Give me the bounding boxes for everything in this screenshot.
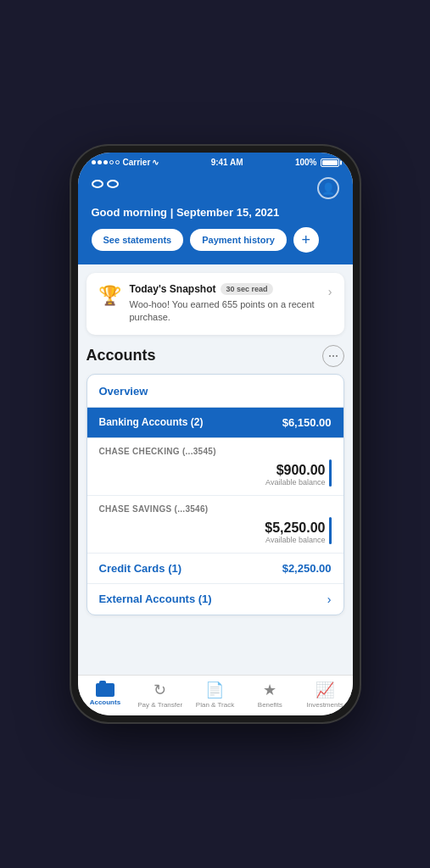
snapshot-content: Today's Snapshot 30 sec read Woo-hoo! Yo… xyxy=(130,283,320,325)
banking-accounts-label: Banking Accounts (2) xyxy=(99,416,204,428)
checking-bar-indicator xyxy=(329,459,332,487)
external-accounts-label: External Accounts (1) xyxy=(99,593,212,605)
snapshot-body-text: Woo-hoo! You earned 655 points on a rece… xyxy=(130,298,320,325)
battery-icon xyxy=(321,159,339,167)
status-right: 100% xyxy=(295,158,339,167)
chart-icon: 📈 xyxy=(316,681,334,699)
credit-cards-amount: $2,250.00 xyxy=(282,562,332,575)
banking-accounts-amount: $6,150.00 xyxy=(282,416,332,429)
nav-investments[interactable]: 📈 Investments xyxy=(298,681,353,709)
chase-logo-icon xyxy=(92,178,119,198)
signal-dot-3 xyxy=(103,160,108,164)
accounts-title: Accounts xyxy=(87,347,156,364)
nav-accounts-label: Accounts xyxy=(90,698,120,706)
checking-sublabel: Available balance xyxy=(265,478,325,487)
bottom-nav: Accounts ↻ Pay & Transfer 📄 Plan & Track… xyxy=(78,675,353,715)
signal-dot-2 xyxy=(98,160,102,164)
banking-accounts-row[interactable]: Banking Accounts (2) $6,150.00 xyxy=(87,408,343,438)
accounts-header: Accounts ⋯ xyxy=(87,345,344,367)
nav-plan-track-label: Plan & Track xyxy=(196,701,234,709)
external-accounts-arrow-icon: › xyxy=(327,593,332,606)
credit-cards-row[interactable]: Credit Cards (1) $2,250.00 xyxy=(87,554,343,584)
phone-frame: Carrier ∿ 9:41 AM 100% 👤 Good morning | … xyxy=(71,146,360,722)
add-button[interactable]: + xyxy=(293,227,319,253)
signal-dot-1 xyxy=(92,160,96,164)
plan-icon: 📄 xyxy=(205,681,224,699)
savings-sublabel: Available balance xyxy=(265,536,325,544)
snapshot-arrow-icon: › xyxy=(328,285,332,298)
snapshot-title-row: Today's Snapshot 30 sec read xyxy=(130,283,320,295)
checking-amount-wrap: $900.00 Available balance xyxy=(265,463,325,487)
nav-accounts[interactable]: Accounts xyxy=(78,683,133,706)
logo-bubble-right xyxy=(107,180,119,188)
savings-account-bottom: $5,250.00 Available balance xyxy=(99,517,332,544)
snapshot-card[interactable]: 🏆 Today's Snapshot 30 sec read Woo-hoo! … xyxy=(87,273,344,335)
savings-bar-indicator xyxy=(329,517,332,544)
external-accounts-row[interactable]: External Accounts (1) › xyxy=(87,584,343,615)
payment-history-button[interactable]: Payment history xyxy=(190,229,287,251)
overview-label[interactable]: Overview xyxy=(99,385,148,398)
status-bar: Carrier ∿ 9:41 AM 100% xyxy=(78,153,353,170)
signal-dot-5 xyxy=(115,160,120,164)
profile-icon[interactable]: 👤 xyxy=(317,177,339,199)
nav-benefits[interactable]: ★ Benefits xyxy=(243,681,298,709)
nav-plan-track[interactable]: 📄 Plan & Track xyxy=(187,681,243,709)
nav-benefits-label: Benefits xyxy=(258,701,282,709)
carrier-label: Carrier xyxy=(123,158,151,167)
trophy-icon: 🏆 xyxy=(98,285,121,307)
accounts-section: Accounts ⋯ Overview Banking Accounts (2)… xyxy=(78,342,353,620)
signal-dot-4 xyxy=(109,160,114,164)
wifi-icon: ∿ xyxy=(152,158,159,167)
status-left: Carrier ∿ xyxy=(92,158,159,167)
signal-dots xyxy=(92,160,120,164)
snapshot-title-text: Today's Snapshot xyxy=(130,283,216,295)
battery-percent: 100% xyxy=(295,158,317,167)
nav-pay-transfer-label: Pay & Transfer xyxy=(137,701,182,709)
logo-bubble-left xyxy=(92,180,103,188)
savings-account-row[interactable]: CHASE SAVINGS (...3546) $5,250.00 Availa… xyxy=(87,496,343,554)
phone-screen: Carrier ∿ 9:41 AM 100% 👤 Good morning | … xyxy=(78,153,353,715)
checking-account-row[interactable]: CHASE CHECKING (...3545) $900.00 Availab… xyxy=(87,438,343,496)
checking-account-bottom: $900.00 Available balance xyxy=(99,459,332,487)
checking-account-label: CHASE CHECKING (...3545) xyxy=(99,447,332,456)
header: 👤 Good morning | September 15, 2021 See … xyxy=(78,170,353,264)
see-statements-button[interactable]: See statements xyxy=(92,229,184,251)
header-buttons: See statements Payment history + xyxy=(92,227,339,253)
greeting-text: Good morning | September 15, 2021 xyxy=(92,206,339,219)
credit-cards-label: Credit Cards (1) xyxy=(99,562,182,575)
header-top: 👤 xyxy=(92,177,339,199)
nav-pay-transfer[interactable]: ↻ Pay & Transfer xyxy=(132,681,187,709)
scroll-content: 🏆 Today's Snapshot 30 sec read Woo-hoo! … xyxy=(78,264,353,675)
transfer-icon: ↻ xyxy=(154,681,166,699)
checking-amount: $900.00 xyxy=(265,463,325,478)
savings-amount: $5,250.00 xyxy=(265,520,325,536)
overview-row[interactable]: Overview xyxy=(87,375,343,408)
battery-fill xyxy=(322,160,338,165)
nav-investments-label: Investments xyxy=(307,701,343,709)
star-icon: ★ xyxy=(263,681,276,699)
time-display: 9:41 AM xyxy=(211,158,243,167)
snapshot-badge: 30 sec read xyxy=(221,283,272,295)
accounts-menu-icon[interactable]: ⋯ xyxy=(322,345,344,367)
savings-account-label: CHASE SAVINGS (...3546) xyxy=(99,504,332,514)
wallet-icon xyxy=(96,683,114,697)
accounts-card: Overview Banking Accounts (2) $6,150.00 … xyxy=(87,374,344,615)
savings-amount-wrap: $5,250.00 Available balance xyxy=(265,520,325,544)
